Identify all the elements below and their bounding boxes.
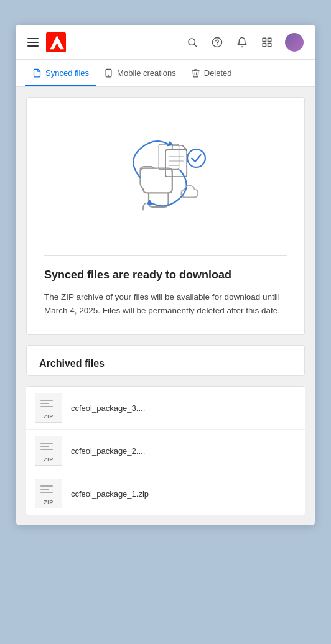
file-item[interactable]: ZIP ccfeol_package_2.... (26, 430, 305, 472)
synced-tab-icon (32, 68, 42, 78)
deleted-tab-icon (191, 68, 200, 78)
illustration-area (27, 98, 304, 241)
bell-icon[interactable] (235, 35, 249, 49)
file-item[interactable]: ZIP ccfeol_package_3.... (26, 387, 305, 430)
content-area: Synced files are ready to download The Z… (16, 87, 315, 525)
svg-line-3 (194, 44, 196, 46)
section-divider (44, 255, 287, 256)
tab-mobile-label: Mobile creations (117, 68, 176, 78)
file-name-1: ccfeol_package_3.... (71, 403, 145, 413)
download-description: The ZIP archive of your files will be av… (44, 290, 287, 317)
tab-deleted-label: Deleted (204, 68, 232, 78)
mobile-tab-icon (104, 68, 113, 78)
synced-files-card: Synced files are ready to download The Z… (26, 97, 305, 335)
header-left (27, 31, 179, 53)
info-section: Synced files are ready to download The Z… (27, 241, 304, 334)
svg-rect-6 (263, 38, 266, 41)
svg-rect-12 (166, 150, 187, 177)
svg-rect-7 (268, 38, 271, 41)
svg-point-19 (187, 149, 205, 167)
tab-bar: Synced files Mobile creations Deleted (16, 60, 315, 87)
svg-rect-8 (268, 43, 271, 46)
header-icons (185, 33, 304, 52)
svg-marker-18 (146, 200, 153, 205)
file-name-3: ccfeol_package_1.zip (71, 489, 149, 499)
tab-deleted[interactable]: Deleted (184, 60, 240, 86)
tab-synced[interactable]: Synced files (25, 60, 96, 86)
archived-files-card: Archived files (26, 345, 305, 376)
file-item[interactable]: ZIP ccfeol_package_1.zip (26, 472, 305, 515)
main-window: Synced files Mobile creations Deleted (16, 25, 315, 525)
sync-illustration (110, 116, 221, 228)
help-icon[interactable] (210, 35, 224, 49)
grid-icon[interactable] (260, 35, 274, 49)
svg-rect-9 (263, 43, 266, 46)
tab-mobile[interactable]: Mobile creations (96, 60, 184, 86)
file-list: ZIP ccfeol_package_3.... ZIP ccfeol_pack… (26, 386, 305, 515)
file-name-2: ccfeol_package_2.... (71, 446, 145, 456)
svg-point-2 (189, 39, 195, 45)
archived-files-title: Archived files (39, 358, 292, 369)
zip-file-icon-2: ZIP (35, 436, 62, 466)
tab-synced-label: Synced files (45, 68, 89, 78)
ready-to-download-title: Synced files are ready to download (44, 269, 287, 282)
user-avatar[interactable] (285, 33, 304, 52)
hamburger-menu-icon[interactable] (27, 38, 39, 47)
search-icon[interactable] (185, 35, 199, 49)
header (16, 25, 315, 60)
adobe-logo-icon (45, 31, 67, 53)
zip-file-icon-3: ZIP (35, 479, 62, 508)
zip-file-icon-1: ZIP (35, 393, 62, 423)
